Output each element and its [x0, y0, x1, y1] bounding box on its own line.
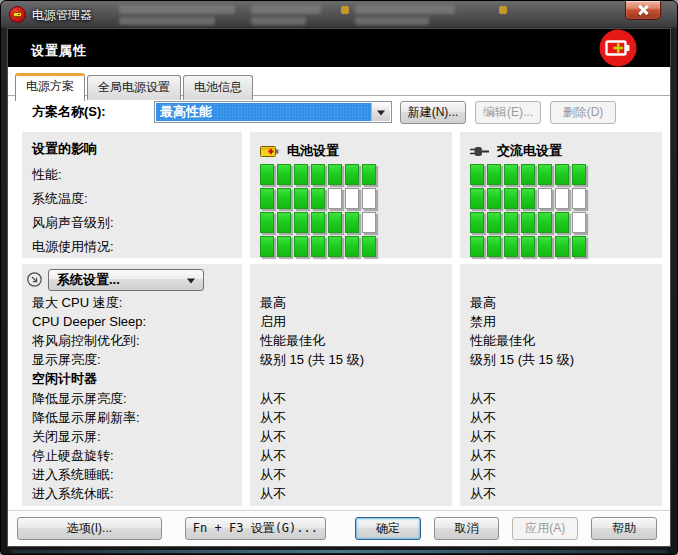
meter-segment [362, 236, 376, 257]
effect-row-label: 风扇声音级别: [22, 212, 242, 236]
ac-values-panel: 最高禁用性能最佳化级别 15 (共 15 级) 从不从不从不从不从不从不 [460, 264, 662, 506]
setting-row-label: CPU Deeper Sleep: [22, 312, 242, 331]
meter-segment [555, 164, 569, 185]
titlebar: 电源管理器 [1, 1, 677, 28]
battery-values-panel: 最高启用性能最佳化级别 15 (共 15 级) 从不从不从不从不从不从不 [250, 264, 452, 506]
meter-segment [294, 212, 308, 233]
meter-segment [470, 164, 484, 185]
meter-segment [504, 212, 518, 233]
meter-segment [572, 188, 586, 209]
new-button[interactable]: 新建(N)... [400, 101, 466, 124]
spacer [250, 369, 452, 389]
meter-segment [260, 236, 274, 257]
setting-row-label: 关闭显示屏: [22, 427, 242, 446]
meter-segment [572, 164, 586, 185]
meter-segment [521, 236, 535, 257]
system-settings-dropdown-label: 系统设置... [57, 272, 120, 287]
meter-segment [470, 212, 484, 233]
meter-segment [260, 212, 274, 233]
titlebar-background-blur [341, 6, 349, 14]
idle-timers-title: 空闲计时器 [22, 369, 242, 389]
tab-power-plan[interactable]: 电源方案 [15, 73, 85, 101]
page-title: 设置属性 [31, 42, 87, 60]
meter-segment [487, 212, 501, 233]
mini-battery-icon [13, 12, 22, 17]
expand-arrow-icon[interactable] [27, 272, 42, 287]
meter-segment [555, 212, 569, 233]
close-icon [638, 5, 648, 15]
meter-segment [487, 188, 501, 209]
meter-segment [277, 188, 291, 209]
ac-setting-value: 从不 [460, 389, 662, 408]
options-button[interactable]: 选项(I)... [17, 517, 162, 540]
spacer [460, 266, 662, 293]
scheme-buttons-group: 新建(N)...编辑(E)...删除(D) [400, 101, 625, 124]
cancel-button[interactable]: 取消 [434, 517, 500, 540]
effects-section: 设置的影响 性能:系统温度:风扇声音级别:电源使用情况: 电池设置 [22, 132, 662, 258]
fn-f3-settings-button[interactable]: Fn + F3 设置(G)... [185, 517, 326, 540]
meter-segment [311, 236, 325, 257]
battery-setting-value: 从不 [250, 446, 452, 465]
meter-segment [555, 188, 569, 209]
meter-segment [538, 164, 552, 185]
meter-segment [294, 164, 308, 185]
meter-segment [328, 212, 342, 233]
meter-segment [504, 188, 518, 209]
meter-segment [345, 212, 359, 233]
ac-setting-value: 级别 15 (共 15 级) [460, 350, 662, 369]
apply-button: 应用(A) [512, 517, 578, 540]
battery-settings-panel: 电池设置 [250, 132, 452, 258]
titlebar-background-blur [251, 5, 321, 14]
help-button[interactable]: 帮助 [591, 517, 657, 540]
meter-segment [345, 236, 359, 257]
meter-segment [555, 236, 569, 257]
setting-row-label: 降低显示屏刷新率: [22, 408, 242, 427]
meter-segment [277, 164, 291, 185]
meter-segment [277, 212, 291, 233]
meter-segment [311, 164, 325, 185]
meter-segment [294, 188, 308, 209]
meter-segment [362, 188, 376, 209]
ok-button[interactable]: 确定 [355, 517, 421, 540]
battery-column-header: 电池设置 [287, 142, 339, 160]
scheme-name-combobox[interactable]: 最高性能 [154, 101, 392, 123]
ac-settings-panel: 交流电设置 [460, 132, 662, 258]
battery-icon [260, 145, 279, 158]
meter-segment [572, 212, 586, 233]
close-button[interactable] [625, 1, 661, 20]
meter-segment [362, 212, 376, 233]
system-settings-dropdown[interactable]: 系统设置... [48, 269, 204, 291]
setting-row-label: 显示屏亮度: [22, 350, 242, 369]
meter-segment [328, 164, 342, 185]
battery-setting-value: 级别 15 (共 15 级) [250, 350, 452, 369]
battery-setting-value: 从不 [250, 389, 452, 408]
battery-setting-value: 性能最佳化 [250, 331, 452, 350]
ac-setting-value: 最高 [460, 293, 662, 312]
meter-row [460, 236, 662, 260]
battery-setting-value: 从不 [250, 427, 452, 446]
edit-button: 编辑(E)... [475, 101, 541, 124]
spacer [460, 369, 662, 389]
meter-row [460, 212, 662, 236]
tab-bar: 电源方案全局电源设置电池信息 [8, 67, 670, 96]
effect-row-label: 系统温度: [22, 188, 242, 212]
meter-segment [504, 236, 518, 257]
meter-segment [504, 164, 518, 185]
titlebar-background-blur [251, 17, 306, 25]
battery-setting-value: 从不 [250, 408, 452, 427]
meter-row [250, 188, 452, 212]
meter-segment [470, 236, 484, 257]
app-battery-icon [9, 6, 26, 23]
power-manager-window: 电源管理器 设置属性 电源方案全局电源设置电池信息 方案名称(S): 最高性能 … [0, 0, 678, 555]
header-band: 设置属性 [8, 29, 670, 67]
spacer [250, 266, 452, 293]
setting-row-label: 最大 CPU 速度: [22, 293, 242, 312]
meter-segment [538, 212, 552, 233]
footer-button-bar: 选项(I)...Fn + F3 设置(G)...确定取消应用(A)帮助 [8, 510, 670, 546]
combobox-dropdown-button[interactable] [371, 103, 390, 121]
chevron-down-icon [187, 278, 195, 283]
system-section: 系统设置... 最大 CPU 速度:CPU Deeper Sleep:将风扇控制… [22, 264, 662, 506]
ac-setting-value: 从不 [460, 408, 662, 427]
setting-row-label: 停止硬盘旋转: [22, 446, 242, 465]
meter-segment [521, 212, 535, 233]
